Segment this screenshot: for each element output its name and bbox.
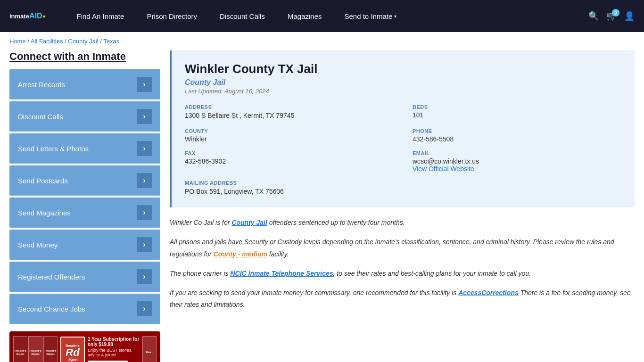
mailing-detail: MAILING ADDRESS PO Box 591, Longview, TX… <box>185 180 394 197</box>
phone-detail: PHONE 432-586-5508 <box>413 128 621 143</box>
email-label: EMAIL <box>413 150 621 156</box>
beds-detail: BEDS 101 <box>413 104 621 121</box>
nav-find-inmate[interactable]: Find An Inmate <box>65 0 135 32</box>
sidebar-menu: Arrest Records › Discount Calls › Send L… <box>9 69 160 324</box>
county-jail-link1[interactable]: County Jail <box>231 219 267 226</box>
sidebar-item-second-chance-jobs[interactable]: Second Chance Jobs › <box>9 294 160 324</box>
breadcrumb-home[interactable]: Home <box>9 38 26 45</box>
facility-type: County Jail <box>185 78 621 87</box>
sidebar-item-registered-offenders[interactable]: Registered Offenders › <box>9 262 160 292</box>
beds-label: BEDS <box>413 104 621 110</box>
ad-text-content: 1 Year Subscription for only $19.98 Enjo… <box>88 337 140 362</box>
arrow-icon: › <box>137 269 152 284</box>
arrow-icon: › <box>137 109 152 124</box>
arrow-icon: › <box>137 141 152 156</box>
nav-magazines[interactable]: Magazines <box>276 0 333 32</box>
fax-label: FAX <box>185 150 394 156</box>
cart-badge: 0 <box>612 9 619 16</box>
phone-label: PHONE <box>413 128 621 134</box>
breadcrumb: Home / All Facilities / County Jail / Te… <box>0 32 644 50</box>
cart-button[interactable]: 🛒 0 <box>606 11 617 21</box>
nav-discount-calls[interactable]: Discount Calls <box>208 0 276 32</box>
desc-para1: Winkler Co Jail is for County Jail offen… <box>170 217 635 229</box>
ad-subscribe-button[interactable]: Subscribe Now <box>88 361 128 362</box>
ncic-link[interactable]: NCIC Inmate Telephone Services <box>230 270 333 277</box>
mailing-label: MAILING ADDRESS <box>185 180 394 186</box>
desc-para2: All prisons and jails have Security or C… <box>170 236 635 260</box>
info-card: Winkler County TX Jail County Jail Last … <box>170 50 635 207</box>
nav-links: Find An Inmate Prison Directory Discount… <box>65 0 588 32</box>
address-label: ADDRESS <box>185 104 394 110</box>
description: Winkler Co Jail is for County Jail offen… <box>170 217 635 311</box>
desc-para3: The phone carrier is NCIC Inmate Telepho… <box>170 268 635 280</box>
address-value: 1300 S Bellaire St , Kermit, TX 79745 <box>185 111 394 121</box>
sidebar-title: Connect with an Inmate <box>9 50 160 63</box>
sidebar-item-send-letters[interactable]: Send Letters & Photos › <box>9 133 160 164</box>
user-button[interactable]: 👤 <box>624 11 635 21</box>
navbar: inmate AID ★ Find An Inmate Prison Direc… <box>0 0 644 32</box>
logo[interactable]: inmate AID ★ <box>9 12 46 20</box>
details-grid: ADDRESS 1300 S Bellaire St , Kermit, TX … <box>185 104 621 196</box>
sidebar: Connect with an Inmate Arrest Records › … <box>9 50 160 362</box>
arrow-icon: › <box>137 301 152 316</box>
arrow-icon: › <box>137 237 152 252</box>
nav-prison-directory[interactable]: Prison Directory <box>135 0 208 32</box>
email-value: wcso@co.winkler.tx.us <box>413 157 621 165</box>
beds-value: 101 <box>413 111 621 119</box>
nav-icons: 🔍 🛒 0 👤 <box>588 11 635 21</box>
dropdown-arrow-icon: ▾ <box>394 14 396 19</box>
breadcrumb-all-facilities[interactable]: All Facilities <box>31 38 63 45</box>
main-container: Connect with an Inmate Arrest Records › … <box>0 50 644 362</box>
email-detail: EMAIL wcso@co.winkler.tx.us View Officia… <box>413 150 621 173</box>
sidebar-item-send-money[interactable]: Send Money › <box>9 230 160 260</box>
county-value: Winkler <box>185 135 394 143</box>
county-label: COUNTY <box>185 128 394 134</box>
facility-name: Winkler County TX Jail <box>185 62 621 76</box>
county-detail: COUNTY Winkler <box>185 128 394 143</box>
fax-value: 432-586-3902 <box>185 157 394 165</box>
arrow-icon: › <box>137 205 152 220</box>
fax-detail: FAX 432-586-3902 <box>185 150 394 173</box>
ad-rd-logo: Reader's Rd digest <box>60 337 85 362</box>
sidebar-item-arrest-records[interactable]: Arrest Records › <box>9 69 160 99</box>
arrow-icon: › <box>137 77 152 92</box>
desc-para4: If you are seeking to send your inmate m… <box>170 287 635 311</box>
ad-banner: Reader's digest Reader's digest Reader's… <box>9 331 160 362</box>
address-detail: ADDRESS 1300 S Bellaire St , Kermit, TX … <box>185 104 394 121</box>
county-medium-link[interactable]: County - medium <box>214 250 267 258</box>
breadcrumb-texas[interactable]: Texas <box>103 38 119 45</box>
breadcrumb-county-jail[interactable]: County Jail <box>68 38 98 45</box>
sidebar-item-send-magazines[interactable]: Send Magazines › <box>9 197 160 228</box>
access-corrections-link[interactable]: AccessCorrections <box>458 289 519 296</box>
search-button[interactable]: 🔍 <box>588 11 599 21</box>
mailing-value: PO Box 591, Longview, TX 75606 <box>185 187 394 197</box>
sidebar-item-send-postcards[interactable]: Send Postcards › <box>9 165 160 196</box>
content: Winkler County TX Jail County Jail Last … <box>170 50 635 362</box>
website-link[interactable]: View Official Website <box>413 165 474 173</box>
arrow-icon: › <box>137 173 152 188</box>
nav-send-to-inmate[interactable]: Send to Inmate ▾ <box>333 0 408 32</box>
sidebar-item-discount-calls[interactable]: Discount Calls › <box>9 101 160 132</box>
ad-magazines: Reader's digest Reader's digest Reader's… <box>13 336 58 362</box>
facility-updated: Last Updated: August 16, 2024 <box>185 88 621 95</box>
phone-value: 432-586-5508 <box>413 135 621 143</box>
